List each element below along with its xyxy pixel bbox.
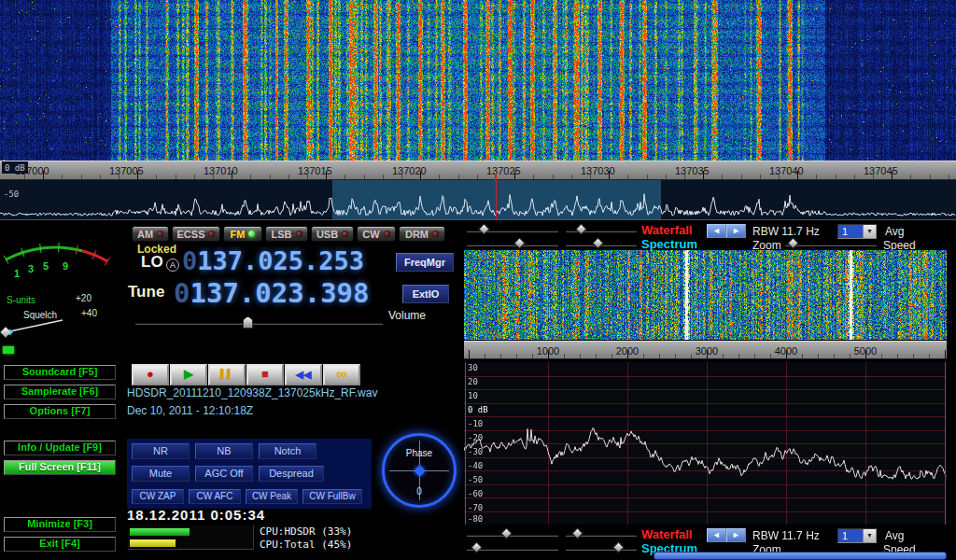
exit-button[interactable]: Exit [F4] bbox=[4, 537, 116, 552]
phase-indicator: Phase 0 bbox=[382, 433, 457, 508]
mode-label: ECSS bbox=[177, 229, 205, 240]
lo-lock-badge[interactable]: A bbox=[166, 259, 179, 272]
cw-afc-button[interactable]: CW AFC bbox=[189, 489, 241, 504]
rewind-button[interactable]: ◀◀ bbox=[285, 364, 322, 385]
mode-button-am[interactable]: AM bbox=[132, 226, 169, 242]
pan-left-icon[interactable]: ◄ bbox=[707, 224, 726, 238]
af-zoom-range-bar[interactable] bbox=[654, 552, 947, 560]
lo-frequency-value[interactable]: 0137.025.253 bbox=[182, 246, 364, 275]
info-update-button[interactable]: Info / Update [F9] bbox=[4, 441, 116, 455]
mode-button-cw[interactable]: CW bbox=[357, 226, 396, 242]
rbw-readout: RBW 11.7 Hz bbox=[752, 225, 820, 238]
freqmgr-button[interactable]: FreqMgr bbox=[396, 253, 454, 272]
ruler-label: 137035 bbox=[675, 165, 710, 176]
minimize-button[interactable]: Minimize [F3] bbox=[4, 517, 116, 532]
notch-button[interactable]: Notch bbox=[259, 443, 316, 459]
dropdown-arrow-icon[interactable]: ▼ bbox=[863, 529, 876, 542]
soundcard-button[interactable]: Soundcard [F5] bbox=[4, 365, 116, 380]
sp-brightness-slider-track[interactable] bbox=[467, 244, 558, 246]
af-db-label: 10 bbox=[468, 391, 478, 400]
extio-button[interactable]: ExtIO bbox=[402, 285, 449, 303]
mode-button-ecss[interactable]: ECSS bbox=[172, 226, 220, 242]
avg-select[interactable]: 1 ▼ bbox=[837, 224, 877, 239]
frequency-ruler[interactable]: 137000 137005 137010 137015 137020 13702… bbox=[0, 161, 956, 180]
dropdown-arrow-icon[interactable]: ▼ bbox=[863, 225, 876, 238]
samplerate-button[interactable]: Samplerate [F6] bbox=[4, 385, 116, 399]
pause-icon: ▌▌ bbox=[220, 369, 233, 379]
pan-right-icon[interactable]: ► bbox=[726, 528, 746, 542]
cw-zap-button[interactable]: CW ZAP bbox=[132, 489, 184, 504]
clock-datetime: 18.12.2011 0:05:34 bbox=[127, 507, 265, 523]
mute-button[interactable]: Mute bbox=[132, 466, 190, 482]
ruler-label: 137005 bbox=[109, 165, 144, 176]
pause-button[interactable]: ▌▌ bbox=[208, 364, 246, 385]
ruler-label: 137045 bbox=[864, 165, 898, 176]
cpu-hdsdr-bar bbox=[130, 528, 190, 536]
mode-led-icon bbox=[432, 231, 439, 237]
ruler-label: 137030 bbox=[581, 165, 615, 176]
play-button[interactable]: ▶ bbox=[170, 364, 207, 385]
options-button[interactable]: Options [F7] bbox=[4, 404, 116, 419]
mode-button-drm[interactable]: DRM bbox=[399, 226, 445, 242]
af-avg-select[interactable]: 1 ▼ bbox=[837, 528, 877, 543]
main-waterfall-display[interactable] bbox=[0, 0, 956, 161]
volume-slider-track[interactable] bbox=[135, 322, 383, 325]
avg-select-value: 1 bbox=[838, 225, 863, 238]
spectrum-mode-label[interactable]: Spectrum bbox=[641, 237, 697, 251]
mode-button-fm[interactable]: FM bbox=[223, 226, 262, 242]
tune-frequency-value[interactable]: 0137.023.398 bbox=[174, 277, 370, 309]
squelch-label: Squelch bbox=[23, 310, 57, 320]
mode-label: FM bbox=[231, 229, 246, 240]
s-meter-scale-9: 9 bbox=[63, 260, 68, 272]
stop-button[interactable]: ■ bbox=[246, 364, 284, 385]
agc-off-button[interactable]: AGC Off bbox=[195, 466, 253, 482]
recording-datetime: Dec 10, 2011 - 12:10:18Z bbox=[127, 404, 253, 417]
af-waterfall-display[interactable] bbox=[464, 250, 947, 340]
s-meter-scale-plus40: +40 bbox=[81, 308, 97, 318]
fullscreen-button[interactable]: Full Screen [F11] bbox=[4, 460, 116, 475]
mode-label: LSB bbox=[272, 229, 292, 240]
phase-label: Phase bbox=[385, 448, 454, 458]
af-ruler-label: 1000 bbox=[533, 345, 563, 357]
af-sp-contrast-slider-track[interactable] bbox=[566, 548, 637, 551]
waterfall-mode-label[interactable]: Waterfall bbox=[641, 223, 692, 237]
mode-label: CW bbox=[362, 229, 379, 240]
cw-peak-button[interactable]: CW Peak bbox=[246, 489, 298, 504]
cpu-meter-panel bbox=[127, 525, 254, 550]
ruler-label: 137040 bbox=[769, 165, 804, 176]
mode-button-usb[interactable]: USB bbox=[311, 226, 354, 242]
stop-icon: ■ bbox=[261, 367, 269, 381]
s-units-label: S-units bbox=[7, 295, 35, 305]
af-spectrum-panel[interactable]: 30 20 10 0 dB -10 -20 -30 -40 -50 -60 -7… bbox=[464, 362, 947, 525]
panel-divider bbox=[123, 343, 462, 344]
avg-label: Avg bbox=[885, 225, 904, 238]
hdsdr-window: 137000 137005 137010 137015 137020 13702… bbox=[0, 0, 956, 560]
main-spectrum-display[interactable] bbox=[0, 180, 956, 219]
loop-icon: ∞ bbox=[336, 366, 346, 382]
pan-right-icon[interactable]: ► bbox=[726, 224, 746, 238]
mode-led-icon bbox=[208, 231, 215, 237]
nr-button[interactable]: NR bbox=[132, 443, 190, 459]
cw-fullbw-button[interactable]: CW FullBw bbox=[302, 489, 362, 504]
phase-center-marker bbox=[414, 465, 426, 477]
af-spectrum-display[interactable] bbox=[464, 362, 947, 525]
mode-led-icon bbox=[248, 231, 255, 237]
mode-led-icon bbox=[384, 231, 390, 237]
record-button[interactable]: ● bbox=[132, 364, 169, 385]
pan-arrows: ◄ ► bbox=[707, 224, 746, 238]
nb-button[interactable]: NB bbox=[195, 443, 253, 459]
zoom-slider-track[interactable] bbox=[785, 244, 877, 246]
af-wf-brightness-slider-track[interactable] bbox=[467, 534, 558, 537]
af-frequency-ruler[interactable]: 1000 2000 3000 4000 5000 bbox=[464, 341, 947, 359]
despread-button[interactable]: Despread bbox=[259, 466, 324, 482]
phase-value: 0 bbox=[385, 486, 454, 497]
loop-button[interactable]: ∞ bbox=[323, 364, 360, 385]
af-db-label: -70 bbox=[468, 503, 483, 512]
mode-button-lsb[interactable]: LSB bbox=[265, 226, 308, 242]
s-meter-scale-3: 3 bbox=[28, 263, 34, 274]
recording-filename: HDSDR_20111210_120938Z_137025kHz_RF.wav bbox=[127, 386, 377, 399]
tune-label: Tune bbox=[128, 283, 164, 301]
pan-left-icon[interactable]: ◄ bbox=[707, 528, 726, 542]
cpu-total-text: CPU:Total (45%) bbox=[260, 539, 352, 551]
af-waterfall-mode-label[interactable]: Waterfall bbox=[641, 527, 692, 541]
